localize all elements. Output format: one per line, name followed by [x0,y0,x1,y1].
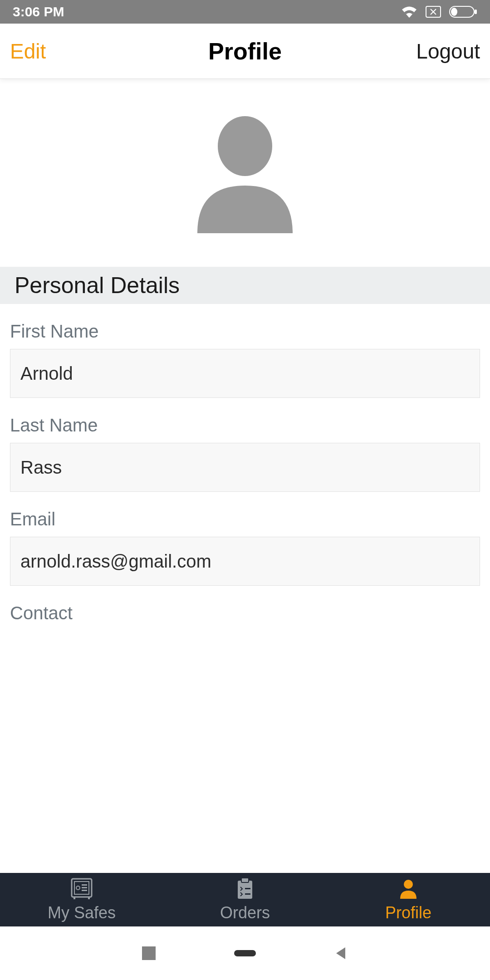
fields-list: First Name Arnold Last Name Rass Email a… [0,321,490,623]
field-contact: Contact [10,603,480,623]
avatar-placeholder-icon [177,104,313,242]
svg-rect-13 [88,897,90,899]
email-label: Email [10,509,480,529]
battery-icon [449,6,477,18]
svg-rect-10 [82,887,87,888]
svg-rect-3 [451,8,457,16]
svg-rect-17 [245,888,250,889]
wifi-icon [401,5,417,18]
no-sim-icon [426,6,441,18]
svg-rect-11 [82,890,87,891]
clipboard-icon [233,877,257,902]
nav-my-safes-label: My Safes [48,903,116,922]
first-name-label: First Name [10,321,480,342]
android-system-nav [0,926,490,980]
svg-point-4 [218,116,272,176]
svg-point-8 [76,886,80,890]
section-header-personal-details: Personal Details [0,267,490,304]
last-name-label: Last Name [10,415,480,436]
android-home-button[interactable] [234,950,256,956]
contact-label: Contact [10,603,480,623]
nav-my-safes[interactable]: My Safes [0,873,163,926]
nav-profile[interactable]: Profile [327,873,490,926]
logout-button[interactable]: Logout [416,39,480,64]
android-recents-button[interactable] [142,946,156,960]
svg-rect-15 [241,878,249,882]
android-back-button[interactable] [334,946,348,960]
last-name-input[interactable]: Rass [10,443,480,492]
svg-point-19 [404,880,413,889]
profile-icon [397,877,420,902]
status-bar: 3:06 PM [0,0,490,24]
page-title: Profile [208,38,282,65]
section-header-label: Personal Details [15,272,475,299]
field-first-name: First Name Arnold [10,321,480,398]
svg-rect-9 [82,884,87,886]
svg-rect-12 [74,897,75,899]
bottom-nav: My Safes Orders Profile [0,873,490,926]
svg-point-5 [235,176,255,184]
edit-button[interactable]: Edit [10,39,46,64]
nav-orders[interactable]: Orders [163,873,327,926]
avatar[interactable] [0,79,490,267]
field-email: Email arnold.rass@gmail.com [10,509,480,586]
status-icons [401,5,477,18]
safe-icon [70,877,93,902]
app-header: Edit Profile Logout [0,24,490,79]
svg-rect-14 [238,881,252,899]
nav-orders-label: Orders [220,903,270,922]
email-input[interactable]: arnold.rass@gmail.com [10,537,480,586]
svg-rect-2 [475,10,477,14]
svg-rect-18 [245,893,250,895]
content-area: Personal Details First Name Arnold Last … [0,79,490,873]
field-last-name: Last Name Rass [10,415,480,492]
status-time: 3:06 PM [13,4,64,20]
nav-profile-label: Profile [385,903,431,922]
first-name-input[interactable]: Arnold [10,349,480,398]
